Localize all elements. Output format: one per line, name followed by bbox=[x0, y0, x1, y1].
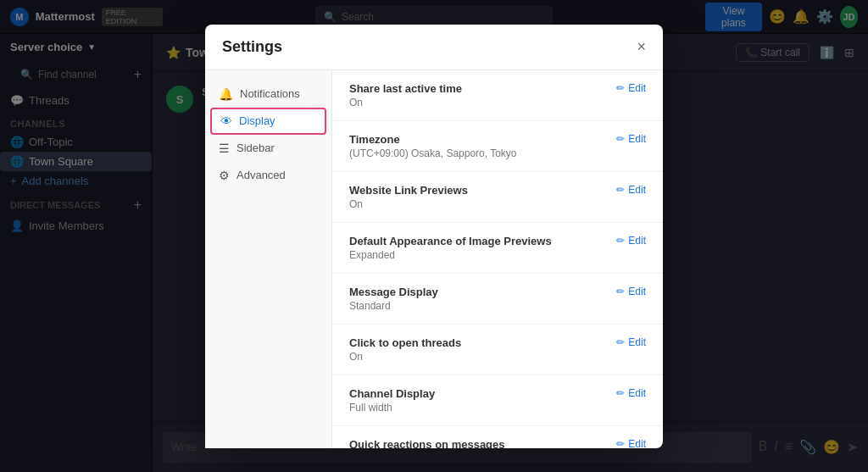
settings-row-left-quick-reactions: Quick reactions on messagesOn bbox=[349, 438, 603, 448]
nav-item-notifications[interactable]: 🔔 Notifications bbox=[205, 81, 331, 108]
settings-value-message-display: Standard bbox=[349, 300, 603, 312]
edit-link-image-previews[interactable]: ✏Edit bbox=[616, 235, 646, 247]
edit-link-click-to-open-threads[interactable]: ✏Edit bbox=[616, 336, 646, 348]
settings-row-image-previews: Default Appearance of Image PreviewsExpa… bbox=[332, 223, 663, 274]
edit-icon-timezone: ✏ bbox=[616, 133, 625, 145]
settings-row-share-last-active: Share last active timeOn✏Edit bbox=[332, 70, 663, 121]
settings-row-website-link-previews: Website Link PreviewsOn✏Edit bbox=[332, 172, 663, 223]
modal-close-button[interactable]: × bbox=[637, 38, 646, 56]
settings-label-channel-display: Channel Display bbox=[349, 387, 603, 400]
edit-label-website-link-previews: Edit bbox=[628, 184, 646, 196]
settings-value-click-to-open-threads: On bbox=[349, 351, 603, 363]
edit-link-website-link-previews[interactable]: ✏Edit bbox=[616, 184, 646, 196]
modal-title: Settings bbox=[222, 38, 282, 56]
nav-label-display: Display bbox=[239, 114, 275, 127]
settings-modal: Settings × 🔔 Notifications 👁 Display ☰ S… bbox=[205, 25, 663, 448]
edit-icon-quick-reactions: ✏ bbox=[616, 438, 625, 448]
settings-label-website-link-previews: Website Link Previews bbox=[349, 184, 603, 197]
edit-label-timezone: Edit bbox=[628, 133, 646, 145]
settings-row-left-message-display: Message DisplayStandard bbox=[349, 286, 603, 312]
nav-label-advanced: Advanced bbox=[236, 169, 286, 181]
nav-label-sidebar: Sidebar bbox=[236, 142, 275, 154]
edit-icon-message-display: ✏ bbox=[616, 286, 625, 297]
settings-row-left-click-to-open-threads: Click to open threadsOn bbox=[349, 336, 603, 363]
nav-item-sidebar[interactable]: ☰ Sidebar bbox=[205, 135, 331, 162]
edit-link-message-display[interactable]: ✏Edit bbox=[616, 286, 646, 297]
settings-row-channel-display: Channel DisplayFull width✏Edit bbox=[332, 375, 663, 426]
settings-row-timezone: Timezone(UTC+09:00) Osaka, Sapporo, Toky… bbox=[332, 121, 663, 172]
settings-row-left-timezone: Timezone(UTC+09:00) Osaka, Sapporo, Toky… bbox=[349, 133, 603, 159]
settings-row-message-display: Message DisplayStandard✏Edit bbox=[332, 274, 663, 325]
settings-row-left-share-last-active: Share last active timeOn bbox=[349, 82, 603, 108]
settings-value-timezone: (UTC+09:00) Osaka, Sapporo, Tokyo bbox=[349, 147, 603, 159]
settings-label-image-previews: Default Appearance of Image Previews bbox=[349, 235, 603, 247]
eye-icon: 👁 bbox=[220, 114, 232, 128]
edit-icon-image-previews: ✏ bbox=[616, 235, 625, 247]
settings-value-website-link-previews: On bbox=[349, 198, 603, 210]
edit-link-quick-reactions[interactable]: ✏Edit bbox=[616, 438, 646, 448]
edit-label-image-previews: Edit bbox=[628, 235, 646, 247]
edit-label-click-to-open-threads: Edit bbox=[628, 336, 646, 348]
edit-icon-click-to-open-threads: ✏ bbox=[616, 336, 625, 348]
settings-value-image-previews: Expanded bbox=[349, 249, 603, 261]
settings-label-quick-reactions: Quick reactions on messages bbox=[349, 438, 603, 448]
settings-label-share-last-active: Share last active time bbox=[349, 82, 603, 95]
edit-link-share-last-active[interactable]: ✏Edit bbox=[616, 82, 646, 94]
edit-label-quick-reactions: Edit bbox=[628, 438, 646, 448]
nav-label-notifications: Notifications bbox=[240, 87, 300, 100]
edit-label-message-display: Edit bbox=[628, 286, 646, 297]
nav-item-advanced[interactable]: ⚙ Advanced bbox=[205, 162, 331, 189]
advanced-icon: ⚙ bbox=[219, 169, 230, 182]
settings-row-left-website-link-previews: Website Link PreviewsOn bbox=[349, 184, 603, 210]
nav-item-display[interactable]: 👁 Display bbox=[210, 108, 326, 135]
modal-overlay: Settings × 🔔 Notifications 👁 Display ☰ S… bbox=[0, 0, 868, 472]
modal-body: 🔔 Notifications 👁 Display ☰ Sidebar ⚙ Ad… bbox=[205, 70, 663, 448]
edit-label-channel-display: Edit bbox=[628, 387, 646, 399]
edit-label-share-last-active: Edit bbox=[628, 82, 646, 94]
settings-row-click-to-open-threads: Click to open threadsOn✏Edit bbox=[332, 325, 663, 375]
edit-icon-website-link-previews: ✏ bbox=[616, 184, 625, 196]
settings-value-share-last-active: On bbox=[349, 97, 603, 108]
modal-sidebar-nav: 🔔 Notifications 👁 Display ☰ Sidebar ⚙ Ad… bbox=[205, 70, 332, 448]
settings-row-quick-reactions: Quick reactions on messagesOn✏Edit bbox=[332, 426, 663, 448]
edit-link-channel-display[interactable]: ✏Edit bbox=[616, 387, 646, 399]
settings-label-timezone: Timezone bbox=[349, 133, 603, 146]
settings-row-left-image-previews: Default Appearance of Image PreviewsExpa… bbox=[349, 235, 603, 261]
settings-label-message-display: Message Display bbox=[349, 286, 603, 298]
edit-icon-channel-display: ✏ bbox=[616, 387, 625, 399]
edit-icon-share-last-active: ✏ bbox=[616, 82, 625, 94]
sidebar-icon: ☰ bbox=[219, 142, 230, 155]
settings-row-left-channel-display: Channel DisplayFull width bbox=[349, 387, 603, 414]
edit-link-timezone[interactable]: ✏Edit bbox=[616, 133, 646, 145]
modal-header: Settings × bbox=[205, 25, 663, 70]
settings-content: Share last active timeOn✏EditTimezone(UT… bbox=[332, 70, 663, 448]
bell-icon: 🔔 bbox=[219, 87, 233, 101]
settings-value-channel-display: Full width bbox=[349, 402, 603, 414]
settings-label-click-to-open-threads: Click to open threads bbox=[349, 336, 603, 349]
